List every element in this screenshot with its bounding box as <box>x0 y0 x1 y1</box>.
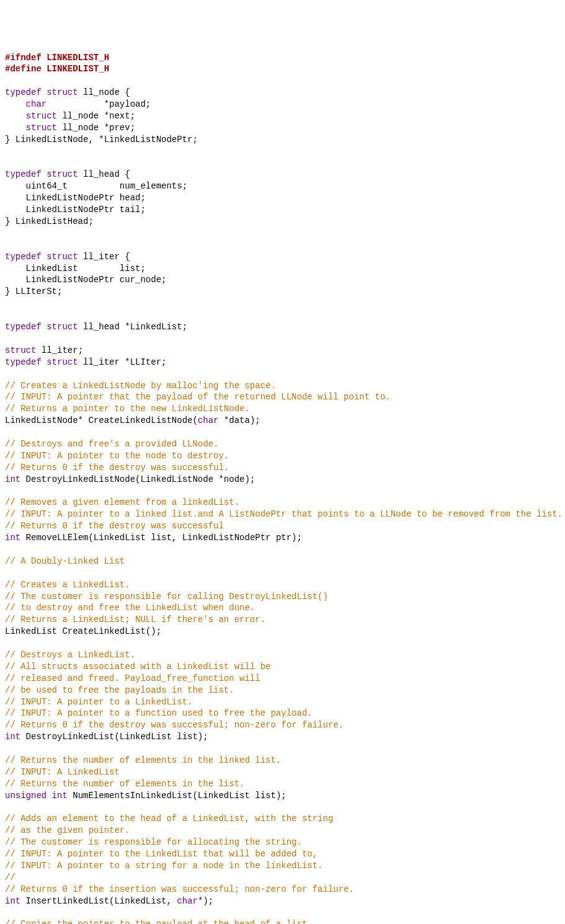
code-token: int <box>5 896 20 906</box>
code-line: LinkedList CreateLinkedList(); <box>5 626 560 637</box>
code-line: // INPUT: A pointer to a LinkedList. <box>5 696 560 708</box>
code-line <box>5 544 560 556</box>
code-token: ll_head { <box>78 169 130 179</box>
code-token: typedef struct <box>5 357 78 367</box>
code-line: unsigned int NumElementsInLinkedList(Lin… <box>5 790 560 802</box>
code-line: LinkedList list; <box>5 263 560 275</box>
code-line: // Creates a LinkedListNode by malloc'in… <box>5 380 560 392</box>
code-token: // Returns the number of elements in the… <box>5 755 281 765</box>
code-token: // Returns 0 if the destroy was successf… <box>5 463 229 473</box>
code-token: struct <box>26 123 57 133</box>
code-token: // Creates a LinkedList. <box>5 580 130 590</box>
code-token: // Returns the number of elements in the… <box>5 779 244 789</box>
code-line <box>5 158 560 169</box>
code-line: struct ll_node *next; <box>5 110 560 122</box>
code-line: uint64_t num_elements; <box>5 180 560 192</box>
code-line: // Returns a LinkedList; NULL if there's… <box>5 614 560 626</box>
code-line: // Returns the number of elements in the… <box>5 778 560 790</box>
code-token: // The customer is responsible for calli… <box>5 592 328 602</box>
code-token: // be used to free the payloads in the l… <box>5 685 234 695</box>
code-token: ll_iter *LLIter; <box>78 357 167 367</box>
code-line <box>5 228 560 239</box>
code-token: ll_node { <box>78 87 130 97</box>
code-token: // released and freed. Payload_free_func… <box>5 673 260 683</box>
code-token: char <box>26 99 47 109</box>
code-token: // INPUT: A pointer to a function used t… <box>5 708 313 718</box>
code-token: int <box>5 533 20 543</box>
code-token: typedef struct <box>5 252 78 262</box>
code-token: #ifndef LINKEDLIST_H <box>5 53 109 63</box>
code-line: int DestroyLinkedList(LinkedList list); <box>5 731 560 743</box>
code-line: // INPUT: A pointer that the payload of … <box>5 391 560 403</box>
code-token: DestroyLinkedList(LinkedList list); <box>20 732 208 742</box>
code-line <box>5 427 560 438</box>
code-line <box>5 298 560 309</box>
code-line <box>5 802 560 814</box>
code-token: uint64_t num_elements; <box>5 181 187 191</box>
code-token: LinkedListNodePtr head; <box>5 193 146 203</box>
code-line: // Destroys and free's a provided LLNode… <box>5 438 560 450</box>
code-token <box>5 123 26 133</box>
code-token: LinkedListNodePtr cur_node; <box>5 275 166 285</box>
code-line <box>5 637 560 649</box>
code-token: // INPUT: A pointer to a LinkedList. <box>5 697 192 707</box>
code-line: int InsertLinkedList(LinkedList, char*); <box>5 895 560 907</box>
code-line: } LinkedListHead; <box>5 216 560 228</box>
code-line: // Returns 0 if the destroy was successf… <box>5 520 560 532</box>
code-line: int RemoveLLElem(LinkedList list, Linked… <box>5 532 560 544</box>
code-token: int <box>5 732 20 742</box>
code-line: char *payload; <box>5 99 560 110</box>
code-line: // to destroy and free the LinkedList wh… <box>5 602 560 614</box>
code-token: RemoveLLElem(LinkedList list, LinkedList… <box>20 533 302 543</box>
code-token: DestroyLinkedListNode(LinkedListNode *no… <box>20 474 255 484</box>
code-line: // Returns 0 if the insertion was succes… <box>5 884 560 895</box>
code-line: // Creates a LinkedList. <box>5 579 560 591</box>
code-line <box>5 239 560 251</box>
code-token: ll_iter; <box>36 345 83 355</box>
code-line: #define LINKEDLIST_H <box>5 63 560 75</box>
code-line: } LLIterSt; <box>5 286 560 298</box>
code-line <box>5 75 560 87</box>
code-line: typedef struct ll_head *LinkedList; <box>5 321 560 333</box>
code-line: int DestroyLinkedListNode(LinkedListNode… <box>5 474 560 486</box>
code-token: typedef struct <box>5 87 78 97</box>
code-line: typedef struct ll_node { <box>5 87 560 99</box>
code-token: ll_iter { <box>78 252 130 262</box>
code-line: struct ll_node *prev; <box>5 122 560 134</box>
code-token: // to destroy and free the LinkedList wh… <box>5 603 255 613</box>
code-token: InsertLinkedList(LinkedList, <box>20 896 177 906</box>
code-line: // Adds an element to the head of a Link… <box>5 813 560 825</box>
code-line: // INPUT: A pointer to the LinkedList th… <box>5 848 560 860</box>
code-listing: #ifndef LINKEDLIST_H#define LINKEDLIST_H… <box>5 52 560 924</box>
code-line: // <box>5 872 560 884</box>
code-token: ll_node *prev; <box>57 123 135 133</box>
code-token: // Creates a LinkedListNode by malloc'in… <box>5 381 276 391</box>
code-line: // as the given pointer. <box>5 825 560 837</box>
code-line: LinkedListNodePtr tail; <box>5 204 560 216</box>
code-token: *data); <box>218 415 260 425</box>
code-token: // Returns a pointer to the new LinkedLi… <box>5 404 250 414</box>
code-line: // INPUT: A pointer to a function used t… <box>5 708 560 719</box>
code-token: LinkedList list; <box>5 264 146 273</box>
code-token: unsigned int <box>5 791 68 801</box>
code-token <box>5 99 26 109</box>
code-token: // Returns a LinkedList; NULL if there's… <box>5 615 265 624</box>
code-token: ll_node *next; <box>57 111 135 121</box>
code-token: // Destroys and free's a provided LLNode… <box>5 439 218 449</box>
code-token: // as the given pointer. <box>5 825 130 835</box>
code-line: // Returns 0 if the destroy was successf… <box>5 462 560 474</box>
code-line <box>5 368 560 380</box>
code-line <box>5 743 560 755</box>
code-line <box>5 567 560 579</box>
code-token: // Returns 0 if the destroy was successf… <box>5 521 224 531</box>
code-token <box>5 111 26 121</box>
code-line: // INPUT: A pointer to the node to destr… <box>5 450 560 462</box>
code-line: // Returns a pointer to the new LinkedLi… <box>5 403 560 415</box>
code-token: char <box>177 896 198 906</box>
code-line: struct ll_iter; <box>5 345 560 357</box>
code-token: // Returns 0 if the destroy was successf… <box>5 720 344 730</box>
code-line: // Returns 0 if the destroy was successf… <box>5 719 560 731</box>
code-token: // Adds an element to the head of a Link… <box>5 814 333 824</box>
code-token: // INPUT: A pointer to a linked list.and… <box>5 509 563 519</box>
code-token: #define LINKEDLIST_H <box>5 64 109 74</box>
